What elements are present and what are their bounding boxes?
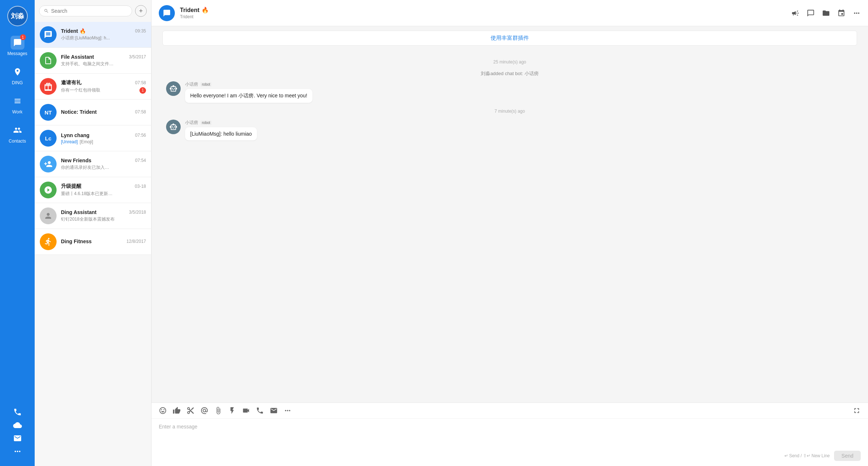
chat-item-notice-trident[interactable]: NT Notice: Trident 07:58 — [35, 100, 151, 125]
search-box[interactable] — [39, 5, 132, 16]
chat-item-ding-fitness[interactable]: Ding Fitness 12/8/2017 — [35, 229, 151, 255]
screenshot-button[interactable] — [228, 407, 236, 415]
msg-sender-1: 小话痨 — [185, 81, 198, 88]
chat-list-header: + — [35, 0, 151, 22]
chat-list: Trident 🔥 09:35 小话痨:[LiuMiaoMsg]: h... F… — [35, 22, 151, 466]
mail-icon — [13, 434, 22, 443]
sidebar-item-ding-label: DING — [12, 80, 23, 85]
expand-icon — [853, 407, 861, 415]
robot-badge-1: robot — [200, 82, 212, 87]
send-button[interactable]: Send — [834, 451, 861, 461]
message-input[interactable]: Enter a message — [151, 419, 868, 448]
attach-icon — [214, 407, 222, 415]
chat-info-trident: Trident 🔥 09:35 小话痨:[LiuMiaoMsg]: h... — [61, 28, 146, 41]
chat-preview-invite: 你有一个红包待领取 1 — [61, 87, 146, 94]
chat-avatar-ding-fitness — [40, 233, 57, 250]
announce-button[interactable] — [791, 9, 799, 17]
email-button[interactable] — [270, 407, 278, 415]
attach-button[interactable] — [214, 407, 222, 415]
video-icon — [242, 407, 250, 415]
sidebar-item-cloud[interactable] — [13, 421, 22, 430]
sidebar-item-mail[interactable] — [13, 434, 22, 443]
work-icon — [13, 97, 22, 105]
upgrade-icon — [44, 186, 53, 194]
folder-button[interactable] — [822, 9, 830, 17]
at-button[interactable] — [200, 407, 208, 415]
toolbar-more-button[interactable] — [284, 407, 292, 415]
timestamp-1: 25 minute(s) ago — [166, 59, 853, 65]
chat-item-lynn-chang[interactable]: Lc Lynn chang 07:56 [Unread] [Emoji] — [35, 125, 151, 151]
emoji-icon — [159, 407, 167, 415]
chat-item-invite[interactable]: 邀请有礼 07:58 你有一个红包待领取 1 — [35, 74, 151, 100]
search-input[interactable] — [51, 8, 127, 14]
fire-icon: 🔥 — [80, 28, 86, 34]
chat-item-upgrade[interactable]: 升级提醒 03-18 重磅丨4.6.18版本已更新… — [35, 177, 151, 203]
video-button[interactable] — [242, 407, 250, 415]
clock-button[interactable] — [807, 9, 815, 17]
expand-button[interactable] — [853, 407, 861, 415]
sidebar-item-contacts[interactable]: Contacts — [0, 120, 35, 147]
sidebar-item-messages-label: Messages — [7, 51, 27, 56]
more-dots-icon — [13, 447, 22, 456]
calendar-button[interactable] — [837, 9, 845, 17]
chat-name-trident: Trident 🔥 — [61, 28, 86, 34]
chat-item-trident[interactable]: Trident 🔥 09:35 小话痨:[LiuMiaoMsg]: h... — [35, 22, 151, 48]
chat-main: Trident 🔥 Trident — [151, 0, 868, 466]
sidebar-item-more[interactable] — [13, 447, 22, 456]
person-icon — [44, 211, 53, 220]
unread-label-lynn: [Unread] — [61, 139, 79, 144]
input-placeholder: Enter a message — [159, 424, 197, 430]
chat-time-notice-trident: 07:58 — [135, 109, 146, 114]
calendar-icon — [837, 9, 845, 17]
chat-item-ding-assistant[interactable]: Ding Assistant 3/5/2018 钉钉2018全新版本震撼发布 — [35, 203, 151, 229]
chat-preview-upgrade: 重磅丨4.6.18版本已更新… — [61, 191, 146, 197]
chat-info-file-assistant: File Assistant 3/5/2017 支持手机、电脑之间文件… — [61, 54, 146, 67]
toolbar-more-icon — [284, 407, 292, 415]
msg-sender-2: 小话痨 — [185, 120, 198, 126]
msg-sender-row-2: 小话痨 robot — [185, 120, 257, 126]
chat-name-upgrade: 升级提醒 — [61, 183, 81, 190]
email-icon — [270, 407, 278, 415]
chat-name-ding-assistant: Ding Assistant — [61, 209, 97, 215]
chat-header-title: Trident 🔥 — [180, 7, 209, 13]
ding-icon — [13, 67, 22, 76]
msg-avatar-1 — [166, 81, 181, 96]
plugin-banner[interactable]: 使用丰富群插件 — [162, 31, 857, 46]
send-hint: ↵ Send / ⇧↵ New Line — [784, 453, 830, 458]
msg-content-1: 小话痨 robot Hello everyone! I am 小话痨. Very… — [185, 81, 312, 103]
chat-info-notice-trident: Notice: Trident 07:58 — [61, 109, 146, 116]
sidebar-item-work-label: Work — [12, 109, 23, 114]
chat-header-title-block: Trident 🔥 Trident — [180, 7, 209, 19]
thumbsup-button[interactable] — [173, 407, 181, 415]
chat-time-upgrade: 03-18 — [135, 184, 146, 189]
add-button[interactable]: + — [135, 5, 147, 17]
sidebar-item-work[interactable]: Work — [0, 91, 35, 117]
cloud-icon — [13, 421, 22, 430]
avatar[interactable]: 刘淼 — [7, 6, 28, 26]
chat-fire-icon: 🔥 — [201, 7, 209, 13]
chat-name-lynn-chang: Lynn chang — [61, 132, 89, 138]
chat-header-icon — [163, 9, 171, 17]
scissors-button[interactable] — [187, 407, 195, 415]
chat-info-ding-assistant: Ding Assistant 3/5/2018 钉钉2018全新版本震撼发布 — [61, 209, 146, 222]
sidebar: 刘淼 1 Messages DING Work Contacts — [0, 0, 35, 466]
sidebar-item-phone[interactable] — [13, 408, 22, 416]
chat-avatar-file-assistant — [40, 52, 57, 69]
clock-icon — [807, 9, 815, 17]
chat-header-left: Trident 🔥 Trident — [159, 5, 209, 21]
chat-item-new-friends[interactable]: New Friends 07:54 你的通讯录好友已加入… — [35, 151, 151, 177]
msg-sender-row-1: 小话痨 robot — [185, 81, 312, 88]
emoji-button[interactable] — [159, 407, 167, 415]
chat-info-upgrade: 升级提醒 03-18 重磅丨4.6.18版本已更新… — [61, 183, 146, 197]
sidebar-item-messages[interactable]: 1 Messages — [0, 33, 35, 59]
sidebar-item-ding[interactable]: DING — [0, 62, 35, 88]
chat-preview-trident: 小话痨:[LiuMiaoMsg]: h... — [61, 35, 146, 41]
chat-item-file-assistant[interactable]: File Assistant 3/5/2017 支持手机、电脑之间文件… — [35, 48, 151, 74]
robot-badge-2: robot — [200, 120, 212, 125]
chat-time-new-friends: 07:54 — [135, 158, 146, 163]
call-button[interactable] — [256, 407, 264, 415]
call-icon — [256, 407, 264, 415]
header-more-button[interactable] — [853, 9, 861, 17]
chat-avatar-trident — [40, 26, 57, 43]
folder-icon — [822, 9, 830, 17]
